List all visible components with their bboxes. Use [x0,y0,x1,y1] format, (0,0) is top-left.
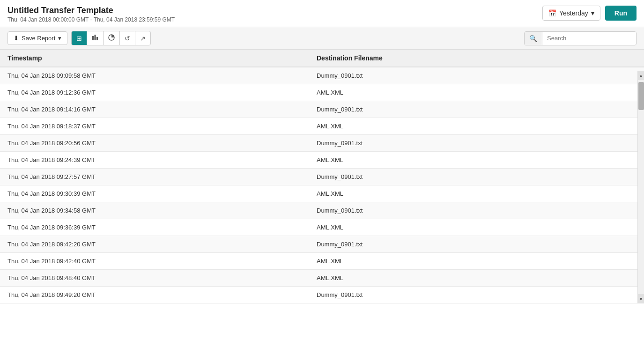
view-pie-button[interactable] [104,31,120,45]
table-row: Thu, 04 Jan 2018 09:42:40 GMT AML.XML [0,253,644,270]
table-row: Thu, 04 Jan 2018 09:36:39 GMT AML.XML [0,219,644,236]
table-row: Thu, 04 Jan 2018 09:18:37 GMT AML.XML [0,118,644,135]
scroll-up-button[interactable]: ▲ [638,71,644,80]
toolbar-left: ⬇ Save Report ▾ ⊞ ↺ ↗ [7,31,151,45]
table-header-row: Timestamp Destination Filename [0,50,644,67]
download-icon: ⬇ [14,35,19,42]
chevron-down-icon: ▾ [591,9,594,17]
cell-timestamp: Thu, 04 Jan 2018 09:42:40 GMT [0,253,309,270]
cell-timestamp: Thu, 04 Jan 2018 09:09:58 GMT [0,67,309,84]
header-left: Untitled Transfer Template Thu, 04 Jan 2… [7,6,175,23]
cell-timestamp: Thu, 04 Jan 2018 09:48:40 GMT [0,270,309,287]
scroll-down-button[interactable]: ▼ [638,294,644,303]
data-table: Timestamp Destination Filename Thu, 04 J… [0,50,644,303]
cell-filename: Dummy_0901.txt [309,236,644,253]
cell-filename: AML.XML [309,118,644,135]
table-body: Thu, 04 Jan 2018 09:09:58 GMT Dummy_0901… [0,67,644,303]
cell-timestamp: Thu, 04 Jan 2018 09:12:36 GMT [0,84,309,101]
search-input[interactable] [542,32,636,44]
header-right: 📅 Yesterday ▾ Run [542,6,637,21]
table-row: Thu, 04 Jan 2018 09:09:58 GMT Dummy_0901… [0,67,644,84]
cell-timestamp: Thu, 04 Jan 2018 09:36:39 GMT [0,219,309,236]
save-report-button[interactable]: ⬇ Save Report ▾ [7,31,67,45]
table-row: Thu, 04 Jan 2018 09:24:39 GMT AML.XML [0,152,644,169]
table-row: Thu, 04 Jan 2018 09:42:20 GMT Dummy_0901… [0,236,644,253]
search-container: 🔍 [524,31,637,45]
cell-filename: AML.XML [309,219,644,236]
table-row: Thu, 04 Jan 2018 09:12:36 GMT AML.XML [0,84,644,101]
save-report-label: Save Report [22,35,55,42]
pie-chart-icon [108,34,115,41]
cell-timestamp: Thu, 04 Jan 2018 09:27:57 GMT [0,169,309,185]
view-bar-button[interactable] [87,31,104,45]
run-button[interactable]: Run [605,6,637,21]
column-header-timestamp: Timestamp [0,50,309,67]
cell-filename: Dummy_0901.txt [309,67,644,84]
cell-timestamp: Thu, 04 Jan 2018 09:24:39 GMT [0,152,309,169]
cell-timestamp: Thu, 04 Jan 2018 09:18:37 GMT [0,118,309,135]
cell-timestamp: Thu, 04 Jan 2018 09:42:20 GMT [0,236,309,253]
date-label: Yesterday [559,9,588,17]
cell-timestamp: Thu, 04 Jan 2018 09:49:20 GMT [0,287,309,303]
bar-chart-icon [92,34,98,41]
table-header: Timestamp Destination Filename [0,50,644,67]
cell-timestamp: Thu, 04 Jan 2018 09:20:56 GMT [0,135,309,152]
cell-filename: AML.XML [309,253,644,270]
cell-filename: AML.XML [309,270,644,287]
scrollbar: ▲ ▼ [637,71,644,303]
cell-filename: AML.XML [309,84,644,101]
table-row: Thu, 04 Jan 2018 09:34:58 GMT Dummy_0901… [0,202,644,219]
cell-timestamp: Thu, 04 Jan 2018 09:30:39 GMT [0,185,309,202]
page-title: Untitled Transfer Template [7,6,175,15]
date-picker-button[interactable]: 📅 Yesterday ▾ [542,6,600,21]
svg-rect-1 [95,35,96,40]
view-grid-button[interactable]: ⊞ [72,31,87,45]
search-icon: 🔍 [529,35,537,42]
cell-timestamp: Thu, 04 Jan 2018 09:34:58 GMT [0,202,309,219]
cell-filename: Dummy_0901.txt [309,169,644,185]
scroll-thumb[interactable] [638,82,644,110]
toolbar: ⬇ Save Report ▾ ⊞ ↺ ↗ [0,27,644,50]
column-header-filename: Destination Filename [309,50,644,67]
search-icon-button[interactable]: 🔍 [525,32,542,45]
table-row: Thu, 04 Jan 2018 09:14:16 GMT Dummy_0901… [0,101,644,118]
table-row: Thu, 04 Jan 2018 09:27:57 GMT Dummy_0901… [0,169,644,185]
page-subtitle: Thu, 04 Jan 2018 00:00:00 GMT - Thu, 04 … [7,16,175,23]
svg-rect-0 [92,36,94,40]
view-refresh-button[interactable]: ↺ [120,31,135,45]
data-table-container: Timestamp Destination Filename Thu, 04 J… [0,50,644,303]
cell-filename: Dummy_0901.txt [309,287,644,303]
cell-filename: Dummy_0901.txt [309,135,644,152]
page-header: Untitled Transfer Template Thu, 04 Jan 2… [0,0,644,27]
table-row: Thu, 04 Jan 2018 09:48:40 GMT AML.XML [0,270,644,287]
calendar-icon: 📅 [548,9,556,17]
cell-filename: Dummy_0901.txt [309,101,644,118]
cell-timestamp: Thu, 04 Jan 2018 09:14:16 GMT [0,101,309,118]
table-row: Thu, 04 Jan 2018 09:30:39 GMT AML.XML [0,185,644,202]
table-row: Thu, 04 Jan 2018 09:49:20 GMT Dummy_0901… [0,287,644,303]
cell-filename: AML.XML [309,152,644,169]
cell-filename: AML.XML [309,185,644,202]
cell-filename: Dummy_0901.txt [309,202,644,219]
table-row: Thu, 04 Jan 2018 09:20:56 GMT Dummy_0901… [0,135,644,152]
view-buttons-group: ⊞ ↺ ↗ [71,31,151,45]
view-trend-button[interactable]: ↗ [135,31,150,45]
svg-rect-2 [96,37,98,40]
save-report-chevron-icon: ▾ [58,35,61,42]
